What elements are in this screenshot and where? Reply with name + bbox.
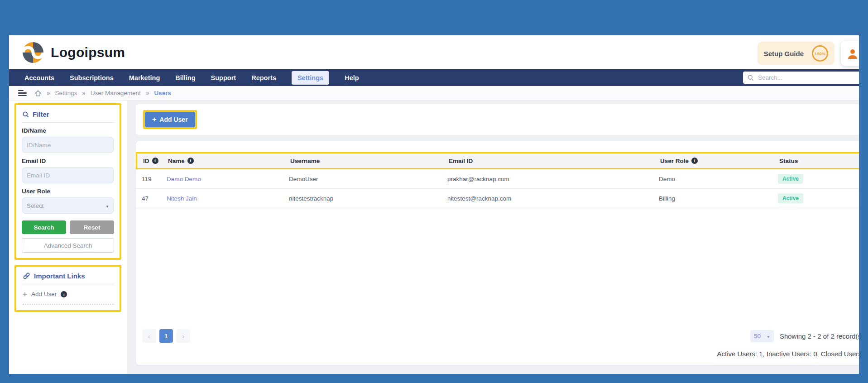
user-name-link[interactable]: Nitesh Jain [167,195,197,202]
cell-username: DemoUser [289,176,447,182]
cell-username: nitestestracknap [289,195,447,202]
column-header-label: Email ID [449,158,473,164]
table-header-row: ID Name Username Email ID [136,152,859,169]
status-badge: Active [778,174,803,184]
search-icon [748,75,754,81]
nav-item-subscriptions[interactable]: Subscriptions [70,74,114,81]
toolbar: + Add User [136,104,859,135]
content-area: Filter ID/Name Email ID User Role Select… [9,101,859,374]
column-header-email[interactable]: Email ID [449,158,660,164]
chevron-down-icon [767,333,770,340]
nav-item-accounts[interactable]: Accounts [24,74,54,81]
current-page-button[interactable]: 1 [159,329,173,343]
user-avatar-button[interactable] [841,41,859,66]
nav-item-support[interactable]: Support [211,74,236,81]
email-field[interactable] [22,167,114,183]
setup-guide-label: Setup Guide [764,50,804,57]
link-icon [23,272,30,280]
table-row: 119 Demo Demo DemoUser prakhar@racknap.c… [136,169,859,189]
breadcrumb: Settings User Management Users [9,86,859,101]
cell-role: Demo [659,176,778,182]
filter-search-icon [23,111,29,118]
pagination-right: 50 Showing 2 - 2 of 2 record(s) [750,330,859,342]
cell-id: 119 [136,176,167,182]
header-right-cluster: Setup Guide 100% [758,41,859,66]
user-stats-text: Active Users: 1, Inactive Users: 0, Clos… [136,345,859,365]
cell-id: 47 [136,195,167,202]
global-search [743,72,859,84]
logo-text: Logoipsum [51,45,125,60]
filter-title-text: Filter [33,110,49,118]
nav-item-help[interactable]: Help [345,74,359,81]
user-role-selected-value: Select [27,202,44,209]
column-header-label: Status [779,158,798,164]
user-role-label: User Role [22,188,114,195]
filter-panel-title: Filter [22,110,114,123]
id-name-field[interactable] [22,137,114,153]
column-header-status[interactable]: Status [779,158,859,164]
important-link-add-user[interactable]: + Add User [22,284,114,298]
id-name-label: ID/Name [22,127,114,134]
important-links-title-text: Important Links [34,272,85,280]
dotted-divider [22,304,114,305]
info-icon[interactable] [152,158,158,164]
nav-item-marketing[interactable]: Marketing [129,74,160,81]
nav-item-settings[interactable]: Settings [292,71,329,85]
prev-page-button[interactable]: ‹ [142,329,156,343]
top-nav: Accounts Subscriptions Marketing Billing… [9,69,859,86]
breadcrumb-user-management[interactable]: User Management [91,90,141,96]
advanced-search-button[interactable]: Advanced Search [22,238,114,253]
chevron-down-icon [106,202,109,209]
page-size-select[interactable]: 50 [750,330,774,342]
email-label: Email ID [22,158,114,164]
app-header: Logoipsum Setup Guide 100% [9,35,859,69]
cell-role: Billing [659,195,778,202]
column-header-user-role[interactable]: User Role [660,158,779,164]
nav-item-reports[interactable]: Reports [251,74,276,81]
app-frame: Logoipsum Setup Guide 100% Accounts Subs… [0,0,868,383]
nav-item-billing[interactable]: Billing [175,74,195,81]
search-button[interactable]: Search [22,220,66,234]
column-header-username[interactable]: Username [290,158,449,164]
breadcrumb-users[interactable]: Users [154,90,171,96]
main-panel: + Add User ID Name [127,101,859,374]
important-links-title: Important Links [22,271,114,284]
column-header-label: Name [168,158,185,164]
column-header-label: User Role [660,158,689,164]
search-input[interactable] [757,74,857,81]
info-icon[interactable] [187,158,194,164]
reset-button[interactable]: Reset [70,220,114,234]
cell-email: nitestest@racknap.com [447,195,659,202]
column-header-id[interactable]: ID [137,158,168,164]
logo-icon [23,42,43,63]
column-header-label: Username [290,158,320,164]
column-header-label: ID [143,158,149,164]
avatar-icon [846,47,859,60]
plus-icon: + [23,290,27,298]
column-header-name[interactable]: Name [168,158,290,164]
add-user-highlight-box: + Add User [143,110,197,129]
info-icon[interactable] [691,158,698,164]
filter-panel: Filter ID/Name Email ID User Role Select… [14,103,121,260]
breadcrumb-separator [47,90,50,96]
page-size-value: 50 [754,333,761,340]
user-role-select[interactable]: Select [22,197,114,214]
next-page-button[interactable]: › [177,329,190,343]
important-links-panel: Important Links + Add User [14,265,121,312]
setup-progress-ring: 100% [812,45,828,62]
app-page: Logoipsum Setup Guide 100% Accounts Subs… [9,35,859,374]
sidebar-toggle-icon[interactable] [18,90,27,96]
breadcrumb-settings[interactable]: Settings [55,90,77,96]
breadcrumb-separator [82,90,86,96]
cell-email: prakhar@racknap.com [447,176,659,182]
add-user-button-label: Add User [159,116,187,123]
setup-guide-button[interactable]: Setup Guide 100% [758,42,834,65]
sidebar: Filter ID/Name Email ID User Role Select… [9,101,127,374]
important-link-label: Add User [31,291,57,297]
plus-icon: + [152,116,156,123]
user-name-link[interactable]: Demo Demo [167,176,201,182]
add-user-button[interactable]: + Add User [145,112,195,127]
users-table-card: ID Name Username Email ID [136,141,859,365]
info-icon[interactable] [61,291,67,297]
home-icon[interactable] [34,90,42,97]
